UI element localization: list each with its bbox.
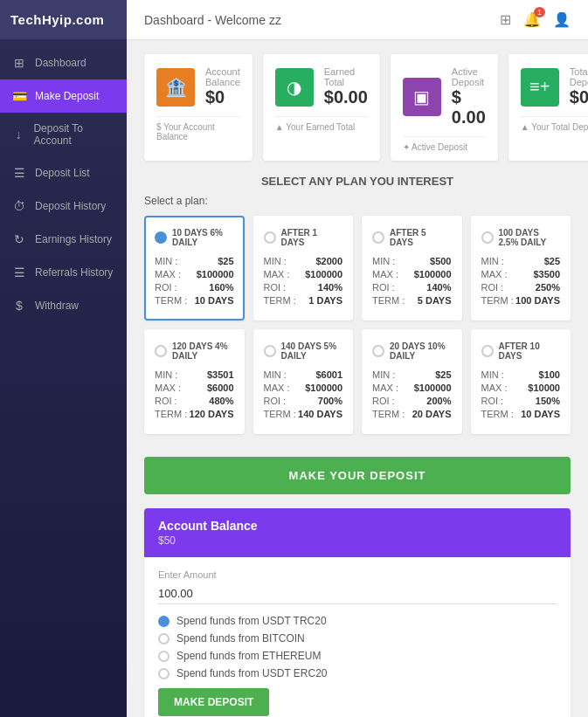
sidebar-nav: ⊞Dashboard💳Make Deposit↓Deposit To Accou…: [0, 46, 127, 322]
plan-roi-row: ROI :200%: [372, 396, 452, 406]
plan-header: 10 DAYS 6% DAILY: [155, 228, 234, 247]
deposit-form-title: Account Balance: [158, 519, 557, 533]
sidebar-item-label: Make Deposit: [35, 90, 99, 102]
sidebar-item-referrals-history[interactable]: ☰Referrals History: [0, 256, 127, 289]
main-content: Dashboard - Welcome zz ⊞ 🔔1 👤 🏦 Account …: [127, 0, 588, 717]
plan-min-row: MIN :$25: [481, 256, 561, 266]
sidebar-item-label: Referrals History: [35, 266, 113, 279]
sidebar: TechHyip.com ⊞Dashboard💳Make Deposit↓Dep…: [0, 0, 127, 717]
plan-radio: [155, 345, 167, 357]
plan-name: 100 DAYS 2.5% DAILY: [499, 228, 561, 247]
sidebar-item-earnings-history[interactable]: ↻Earnings History: [0, 223, 127, 256]
radio-dot: [158, 633, 169, 645]
sidebar-item-deposit-list[interactable]: ☰Deposit List: [0, 156, 127, 190]
plan-name: 140 DAYS 5% DAILY: [281, 341, 343, 361]
deposit-form-header: Account Balance $50: [144, 508, 571, 557]
stat-top: ▣ Active Deposit $ 0.00: [403, 66, 486, 128]
fund-option-label: Spend funds from BITCOIN: [176, 632, 305, 645]
plan-header: 20 DAYS 10% DAILY: [372, 341, 452, 361]
plan-card-plan3[interactable]: AFTER 5 DAYS MIN :$500 MAX :$100000 ROI …: [362, 216, 462, 321]
sidebar-item-label: Withdraw: [35, 300, 79, 312]
plan-card-plan1[interactable]: 10 DAYS 6% DAILY MIN :$25 MAX :$100000 R…: [144, 216, 245, 321]
plan-card-plan7[interactable]: 20 DAYS 10% DAILY MIN :$25 MAX :$100000 …: [362, 329, 462, 434]
notification-icon[interactable]: 🔔1: [523, 11, 541, 28]
sidebar-item-label: Deposit To Account: [33, 122, 114, 147]
stat-label: Account Balance: [205, 66, 240, 87]
stat-footer: ▲ Your Earned Total: [275, 116, 368, 132]
stats-row: 🏦 Account Balance $0 $ Your Account Bala…: [127, 40, 588, 175]
plan-max-row: MAX :$100000: [155, 269, 234, 279]
plan-name: AFTER 5 DAYS: [390, 228, 452, 247]
plan-roi-row: ROI :140%: [372, 282, 452, 293]
plan-header: 120 DAYS 4% DAILY: [155, 341, 234, 361]
sidebar-item-deposit-to-account[interactable]: ↓Deposit To Account: [0, 113, 127, 156]
radio-dot: [158, 651, 169, 662]
plan-roi-row: ROI :140%: [264, 282, 343, 293]
plan-card-plan2[interactable]: AFTER 1 DAYS MIN :$2000 MAX :$100000 ROI…: [253, 216, 354, 321]
user-icon[interactable]: 👤: [553, 11, 571, 28]
amount-group: Enter Amount: [158, 569, 557, 604]
plan-radio: [372, 231, 384, 244]
plan-min-row: MIN :$500: [372, 256, 452, 266]
fund-options: Spend funds from USDT TRC20Spend funds f…: [158, 615, 557, 679]
sidebar-item-withdraw[interactable]: $Withdraw: [0, 289, 127, 322]
make-deposit-icon: 💳: [12, 89, 26, 103]
fund-option-usdt-trc20[interactable]: Spend funds from USDT TRC20: [158, 615, 557, 627]
deposit-form-balance: $50: [158, 534, 557, 547]
plan-term-row: TERM :140 DAYS: [264, 409, 343, 419]
plan-radio: [481, 345, 494, 357]
plan-radio: [264, 345, 276, 357]
plan-roi-row: ROI :700%: [264, 396, 343, 406]
plan-min-row: MIN :$2000: [264, 256, 343, 266]
plan-name: 120 DAYS 4% DAILY: [172, 341, 234, 361]
sidebar-item-make-deposit[interactable]: 💳Make Deposit: [0, 79, 127, 113]
sidebar-item-label: Earnings History: [35, 233, 112, 245]
make-deposit-button[interactable]: MAKE YOUR DEPOSIT: [144, 457, 571, 494]
plan-header: AFTER 1 DAYS: [264, 228, 343, 247]
plan-term-row: TERM :120 DAYS: [155, 409, 234, 419]
sidebar-item-deposit-history[interactable]: ⏱Deposit History: [0, 190, 127, 223]
stat-label: Total Deposit: [570, 66, 588, 87]
sidebar-item-dashboard[interactable]: ⊞Dashboard: [0, 46, 127, 79]
plan-name: AFTER 1 DAYS: [281, 228, 343, 247]
fund-option-label: Spend funds from ETHEREUM: [176, 650, 321, 662]
stat-icon: ≡+: [521, 68, 559, 107]
plan-radio: [481, 231, 494, 244]
sidebar-item-label: Deposit History: [35, 200, 106, 212]
stat-card-active-deposit: ▣ Active Deposit $ 0.00 ✦ Active Deposit: [391, 54, 498, 161]
plan-min-row: MIN :$25: [372, 369, 452, 380]
plan-radio: [155, 231, 167, 244]
radio-dot: [158, 668, 169, 679]
plan-name: 20 DAYS 10% DAILY: [390, 341, 452, 361]
plan-min-row: MIN :$6001: [264, 369, 343, 380]
stat-icon: 🏦: [156, 68, 195, 107]
plan-term-row: TERM :20 DAYS: [372, 409, 452, 419]
sidebar-item-label: Deposit List: [35, 167, 90, 179]
plan-card-plan4[interactable]: 100 DAYS 2.5% DAILY MIN :$25 MAX :$3500 …: [471, 216, 571, 321]
plan-max-row: MAX :$6000: [155, 383, 234, 393]
plan-card-plan8[interactable]: AFTER 10 DAYS MIN :$100 MAX :$10000 ROI …: [471, 329, 571, 434]
stat-value: $ 0.00: [452, 87, 486, 128]
stat-value: $0: [205, 87, 240, 107]
plan-card-plan6[interactable]: 140 DAYS 5% DAILY MIN :$6001 MAX :$10000…: [253, 329, 354, 434]
plan-name: 10 DAYS 6% DAILY: [172, 228, 234, 247]
grid-icon[interactable]: ⊞: [500, 11, 511, 28]
plans-section: SELECT ANY PLAN YOU INTEREST Select a pl…: [127, 175, 588, 457]
fund-option-ethereum[interactable]: Spend funds from ETHEREUM: [158, 650, 557, 662]
plan-name: AFTER 10 DAYS: [499, 341, 561, 361]
radio-dot: [158, 616, 169, 627]
submit-deposit-button[interactable]: MAKE DEPOSIT: [158, 688, 269, 716]
deposit-to-account-icon: ↓: [12, 128, 24, 141]
plan-header: AFTER 5 DAYS: [372, 228, 452, 247]
amount-input[interactable]: [158, 583, 557, 604]
plan-header: 140 DAYS 5% DAILY: [264, 341, 343, 361]
fund-option-bitcoin[interactable]: Spend funds from BITCOIN: [158, 632, 557, 645]
stat-value: $0.00: [570, 87, 588, 107]
stat-card-total-deposit: ≡+ Total Deposit $0.00 ▲ Your Total Depo…: [508, 54, 588, 161]
stat-label: Earned Total: [324, 66, 368, 87]
plan-card-plan5[interactable]: 120 DAYS 4% DAILY MIN :$3501 MAX :$6000 …: [144, 329, 245, 434]
fund-option-usdt-erc20[interactable]: Spend funds from USDT ERC20: [158, 667, 557, 679]
stat-card-account-balance: 🏦 Account Balance $0 $ Your Account Bala…: [144, 54, 252, 161]
stat-footer: ✦ Active Deposit: [403, 136, 486, 152]
section-title: SELECT ANY PLAN YOU INTEREST: [144, 175, 571, 188]
